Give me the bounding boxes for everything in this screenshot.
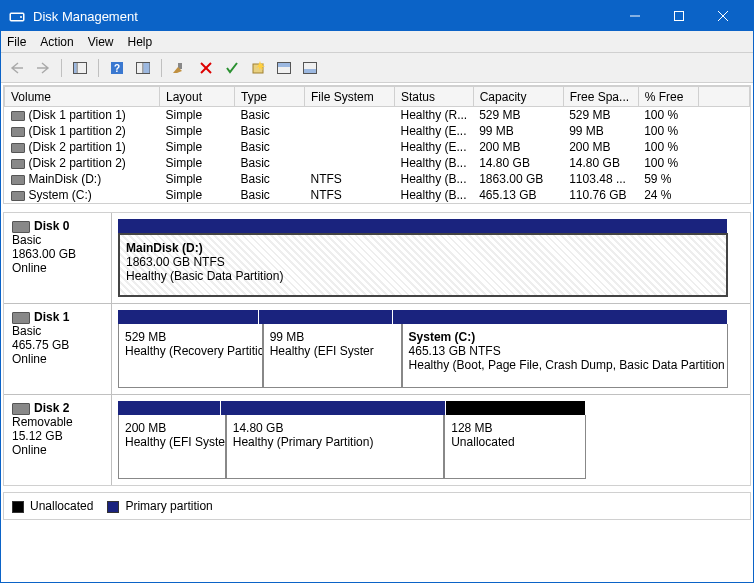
- legend-unallocated: Unallocated: [12, 499, 93, 513]
- partition-box[interactable]: System (C:)465.13 GB NTFSHealthy (Boot, …: [402, 324, 728, 388]
- toolbar-separator-2: [98, 59, 99, 77]
- svg-rect-4: [675, 12, 684, 21]
- minimize-button[interactable]: [613, 1, 657, 31]
- partition-box[interactable]: 200 MBHealthy (EFI Syster: [118, 415, 226, 479]
- menu-file[interactable]: File: [7, 35, 26, 49]
- volume-row[interactable]: (Disk 2 partition 1)SimpleBasicHealthy (…: [5, 139, 750, 155]
- column-header[interactable]: Status: [395, 87, 474, 107]
- svg-text:?: ?: [114, 63, 120, 74]
- legend-primary: Primary partition: [107, 499, 212, 513]
- column-header[interactable]: Capacity: [473, 87, 563, 107]
- disk-info[interactable]: Disk 0Basic1863.00 GBOnline: [4, 213, 112, 303]
- disk-row: Disk 1Basic465.75 GBOnline529 MBHealthy …: [4, 303, 750, 394]
- toolbar: ?: [1, 53, 753, 83]
- column-header[interactable]: Free Spa...: [563, 87, 638, 107]
- partition-box[interactable]: 99 MBHealthy (EFI Syster: [263, 324, 402, 388]
- menu-help[interactable]: Help: [128, 35, 153, 49]
- partition-box[interactable]: 529 MBHealthy (Recovery Partitic: [118, 324, 263, 388]
- checkmark-icon[interactable]: [220, 57, 244, 79]
- column-header[interactable]: File System: [305, 87, 395, 107]
- close-button[interactable]: [701, 1, 745, 31]
- properties-button[interactable]: [131, 57, 155, 79]
- volume-list: VolumeLayoutTypeFile SystemStatusCapacit…: [3, 85, 751, 204]
- volume-row[interactable]: System (C:)SimpleBasicNTFSHealthy (B...4…: [5, 187, 750, 203]
- partition-box[interactable]: 128 MBUnallocated: [444, 415, 586, 479]
- window-title: Disk Management: [33, 9, 613, 24]
- toolbar-separator-3: [161, 59, 162, 77]
- disk-row: Disk 2Removable15.12 GBOnline200 MBHealt…: [4, 394, 750, 485]
- maximize-button[interactable]: [657, 1, 701, 31]
- svg-point-2: [20, 16, 22, 18]
- disk-info[interactable]: Disk 2Removable15.12 GBOnline: [4, 395, 112, 485]
- volume-row[interactable]: MainDisk (D:)SimpleBasicNTFSHealthy (B..…: [5, 171, 750, 187]
- disk-view-bottom-icon[interactable]: [298, 57, 322, 79]
- forward-button[interactable]: [31, 57, 55, 79]
- volume-row[interactable]: (Disk 1 partition 2)SimpleBasicHealthy (…: [5, 123, 750, 139]
- legend: Unallocated Primary partition: [3, 492, 751, 520]
- settings-icon[interactable]: [168, 57, 192, 79]
- column-header[interactable]: Type: [235, 87, 305, 107]
- back-button[interactable]: [5, 57, 29, 79]
- svg-rect-14: [144, 63, 150, 73]
- svg-rect-9: [74, 63, 77, 73]
- disk-row: Disk 0Basic1863.00 GBOnlineMainDisk (D:)…: [4, 213, 750, 303]
- partition-box[interactable]: MainDisk (D:)1863.00 GB NTFSHealthy (Bas…: [118, 233, 728, 297]
- show-hide-tree-button[interactable]: [68, 57, 92, 79]
- disk-info[interactable]: Disk 1Basic465.75 GBOnline: [4, 304, 112, 394]
- disk-graphical-view: Disk 0Basic1863.00 GBOnlineMainDisk (D:)…: [3, 212, 751, 486]
- column-header[interactable]: Layout: [160, 87, 235, 107]
- app-icon: [9, 8, 25, 24]
- menu-action[interactable]: Action: [40, 35, 73, 49]
- svg-line-5: [718, 11, 728, 21]
- disk-view-top-icon[interactable]: [272, 57, 296, 79]
- column-header[interactable]: % Free: [638, 87, 698, 107]
- svg-rect-20: [278, 63, 290, 67]
- new-icon[interactable]: [246, 57, 270, 79]
- volume-row[interactable]: (Disk 2 partition 2)SimpleBasicHealthy (…: [5, 155, 750, 171]
- menu-view[interactable]: View: [88, 35, 114, 49]
- toolbar-separator-1: [61, 59, 62, 77]
- titlebar: Disk Management: [1, 1, 753, 31]
- svg-rect-22: [304, 69, 316, 73]
- column-header[interactable]: Volume: [5, 87, 160, 107]
- svg-line-6: [718, 11, 728, 21]
- delete-button[interactable]: [194, 57, 218, 79]
- help-button[interactable]: ?: [105, 57, 129, 79]
- volume-row[interactable]: (Disk 1 partition 1)SimpleBasicHealthy (…: [5, 107, 750, 124]
- menubar: File Action View Help: [1, 31, 753, 53]
- partition-box[interactable]: 14.80 GBHealthy (Primary Partition): [226, 415, 444, 479]
